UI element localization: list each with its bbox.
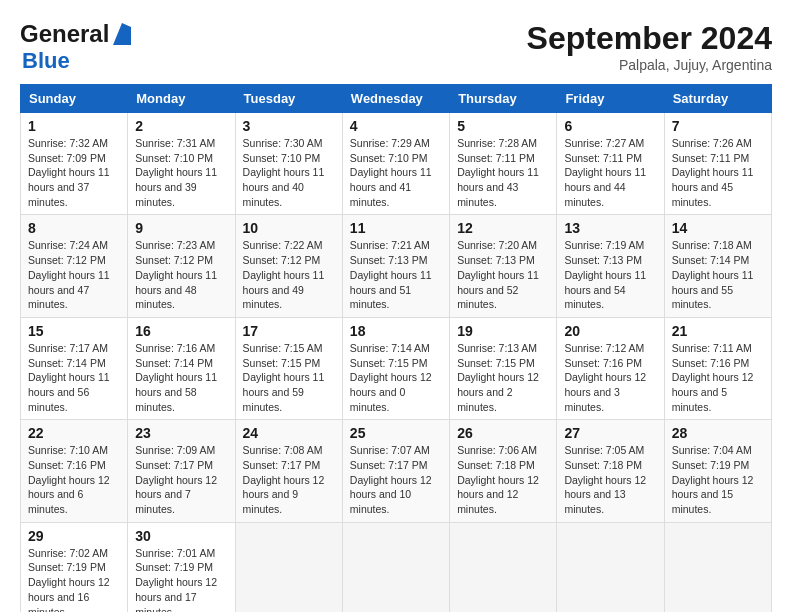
day-number: 24 [243,425,335,441]
calendar-week-row: 8Sunrise: 7:24 AMSunset: 7:12 PMDaylight… [21,215,772,317]
calendar-day-cell: 30Sunrise: 7:01 AMSunset: 7:19 PMDayligh… [128,522,235,612]
svg-marker-0 [113,23,131,45]
calendar-day-cell: 3Sunrise: 7:30 AMSunset: 7:10 PMDaylight… [235,113,342,215]
calendar-table: SundayMondayTuesdayWednesdayThursdayFrid… [20,84,772,612]
day-number: 10 [243,220,335,236]
calendar-day-cell: 18Sunrise: 7:14 AMSunset: 7:15 PMDayligh… [342,317,449,419]
calendar-day-cell: 13Sunrise: 7:19 AMSunset: 7:13 PMDayligh… [557,215,664,317]
calendar-day-cell: 16Sunrise: 7:16 AMSunset: 7:14 PMDayligh… [128,317,235,419]
day-number: 27 [564,425,656,441]
day-info: Sunrise: 7:15 AMSunset: 7:15 PMDaylight … [243,341,335,414]
day-info: Sunrise: 7:32 AMSunset: 7:09 PMDaylight … [28,136,120,209]
day-number: 8 [28,220,120,236]
calendar-day-cell: 12Sunrise: 7:20 AMSunset: 7:13 PMDayligh… [450,215,557,317]
calendar-day-cell: 8Sunrise: 7:24 AMSunset: 7:12 PMDaylight… [21,215,128,317]
day-info: Sunrise: 7:13 AMSunset: 7:15 PMDaylight … [457,341,549,414]
day-of-week-header: Tuesday [235,85,342,113]
day-info: Sunrise: 7:31 AMSunset: 7:10 PMDaylight … [135,136,227,209]
calendar-day-cell [450,522,557,612]
calendar-day-cell: 25Sunrise: 7:07 AMSunset: 7:17 PMDayligh… [342,420,449,522]
day-number: 11 [350,220,442,236]
month-year-title: September 2024 [527,20,772,57]
day-number: 28 [672,425,764,441]
calendar-day-cell [557,522,664,612]
calendar-day-cell: 7Sunrise: 7:26 AMSunset: 7:11 PMDaylight… [664,113,771,215]
day-info: Sunrise: 7:26 AMSunset: 7:11 PMDaylight … [672,136,764,209]
day-number: 1 [28,118,120,134]
day-info: Sunrise: 7:06 AMSunset: 7:18 PMDaylight … [457,443,549,516]
day-number: 9 [135,220,227,236]
day-of-week-header: Thursday [450,85,557,113]
logo: General Blue [20,20,131,74]
day-number: 26 [457,425,549,441]
day-info: Sunrise: 7:02 AMSunset: 7:19 PMDaylight … [28,546,120,612]
day-of-week-header: Monday [128,85,235,113]
calendar-day-cell: 1Sunrise: 7:32 AMSunset: 7:09 PMDaylight… [21,113,128,215]
calendar-day-cell [235,522,342,612]
day-number: 20 [564,323,656,339]
calendar-week-row: 15Sunrise: 7:17 AMSunset: 7:14 PMDayligh… [21,317,772,419]
calendar-day-cell: 6Sunrise: 7:27 AMSunset: 7:11 PMDaylight… [557,113,664,215]
day-info: Sunrise: 7:16 AMSunset: 7:14 PMDaylight … [135,341,227,414]
day-of-week-header: Wednesday [342,85,449,113]
day-number: 6 [564,118,656,134]
day-info: Sunrise: 7:04 AMSunset: 7:19 PMDaylight … [672,443,764,516]
calendar-day-cell [342,522,449,612]
day-info: Sunrise: 7:05 AMSunset: 7:18 PMDaylight … [564,443,656,516]
page-header: General Blue September 2024 Palpala, Juj… [20,20,772,74]
calendar-day-cell: 10Sunrise: 7:22 AMSunset: 7:12 PMDayligh… [235,215,342,317]
calendar-day-cell: 23Sunrise: 7:09 AMSunset: 7:17 PMDayligh… [128,420,235,522]
day-number: 22 [28,425,120,441]
day-info: Sunrise: 7:24 AMSunset: 7:12 PMDaylight … [28,238,120,311]
day-info: Sunrise: 7:30 AMSunset: 7:10 PMDaylight … [243,136,335,209]
day-number: 3 [243,118,335,134]
day-of-week-header: Saturday [664,85,771,113]
calendar-day-cell: 2Sunrise: 7:31 AMSunset: 7:10 PMDaylight… [128,113,235,215]
day-info: Sunrise: 7:14 AMSunset: 7:15 PMDaylight … [350,341,442,414]
day-number: 12 [457,220,549,236]
day-info: Sunrise: 7:17 AMSunset: 7:14 PMDaylight … [28,341,120,414]
calendar-day-cell: 27Sunrise: 7:05 AMSunset: 7:18 PMDayligh… [557,420,664,522]
day-number: 23 [135,425,227,441]
day-number: 15 [28,323,120,339]
day-info: Sunrise: 7:10 AMSunset: 7:16 PMDaylight … [28,443,120,516]
day-info: Sunrise: 7:07 AMSunset: 7:17 PMDaylight … [350,443,442,516]
day-info: Sunrise: 7:21 AMSunset: 7:13 PMDaylight … [350,238,442,311]
logo-blue-text: Blue [22,48,70,74]
day-number: 19 [457,323,549,339]
day-info: Sunrise: 7:27 AMSunset: 7:11 PMDaylight … [564,136,656,209]
calendar-week-row: 29Sunrise: 7:02 AMSunset: 7:19 PMDayligh… [21,522,772,612]
calendar-day-cell: 22Sunrise: 7:10 AMSunset: 7:16 PMDayligh… [21,420,128,522]
day-info: Sunrise: 7:23 AMSunset: 7:12 PMDaylight … [135,238,227,311]
calendar-day-cell: 20Sunrise: 7:12 AMSunset: 7:16 PMDayligh… [557,317,664,419]
calendar-day-cell: 19Sunrise: 7:13 AMSunset: 7:15 PMDayligh… [450,317,557,419]
day-info: Sunrise: 7:20 AMSunset: 7:13 PMDaylight … [457,238,549,311]
calendar-day-cell: 4Sunrise: 7:29 AMSunset: 7:10 PMDaylight… [342,113,449,215]
calendar-day-cell: 29Sunrise: 7:02 AMSunset: 7:19 PMDayligh… [21,522,128,612]
title-section: September 2024 Palpala, Jujuy, Argentina [527,20,772,73]
calendar-week-row: 22Sunrise: 7:10 AMSunset: 7:16 PMDayligh… [21,420,772,522]
calendar-day-cell: 11Sunrise: 7:21 AMSunset: 7:13 PMDayligh… [342,215,449,317]
day-info: Sunrise: 7:12 AMSunset: 7:16 PMDaylight … [564,341,656,414]
calendar-day-cell: 5Sunrise: 7:28 AMSunset: 7:11 PMDaylight… [450,113,557,215]
day-of-week-header: Friday [557,85,664,113]
day-number: 17 [243,323,335,339]
day-number: 18 [350,323,442,339]
calendar-day-cell: 15Sunrise: 7:17 AMSunset: 7:14 PMDayligh… [21,317,128,419]
day-info: Sunrise: 7:28 AMSunset: 7:11 PMDaylight … [457,136,549,209]
logo-arrow-icon [113,23,131,45]
calendar-day-cell: 17Sunrise: 7:15 AMSunset: 7:15 PMDayligh… [235,317,342,419]
calendar-day-cell: 28Sunrise: 7:04 AMSunset: 7:19 PMDayligh… [664,420,771,522]
day-number: 16 [135,323,227,339]
calendar-day-cell: 9Sunrise: 7:23 AMSunset: 7:12 PMDaylight… [128,215,235,317]
day-info: Sunrise: 7:22 AMSunset: 7:12 PMDaylight … [243,238,335,311]
day-info: Sunrise: 7:01 AMSunset: 7:19 PMDaylight … [135,546,227,612]
day-number: 29 [28,528,120,544]
calendar-day-cell: 26Sunrise: 7:06 AMSunset: 7:18 PMDayligh… [450,420,557,522]
day-number: 5 [457,118,549,134]
calendar-day-cell: 21Sunrise: 7:11 AMSunset: 7:16 PMDayligh… [664,317,771,419]
location-subtitle: Palpala, Jujuy, Argentina [527,57,772,73]
day-info: Sunrise: 7:09 AMSunset: 7:17 PMDaylight … [135,443,227,516]
day-info: Sunrise: 7:19 AMSunset: 7:13 PMDaylight … [564,238,656,311]
day-number: 21 [672,323,764,339]
